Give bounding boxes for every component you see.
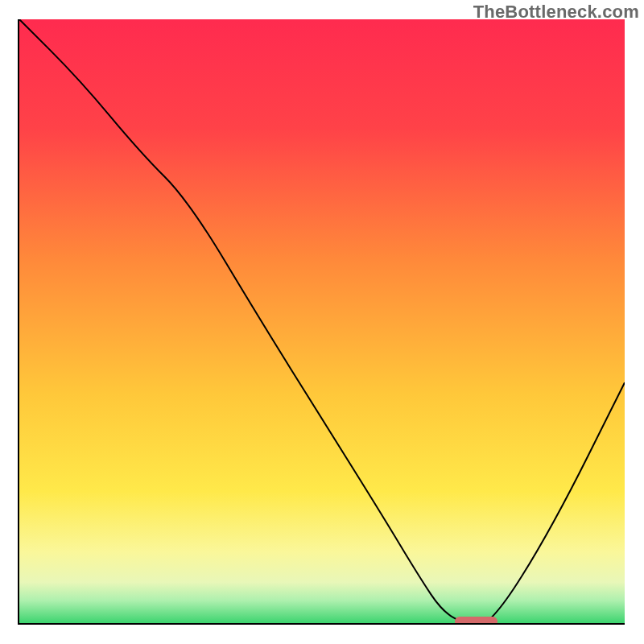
x-axis [18, 623, 625, 625]
attribution-label: TheBottleneck.com [473, 2, 639, 23]
chart-container: TheBottleneck.com [0, 0, 644, 644]
plot-area [19, 19, 625, 623]
y-axis [18, 19, 19, 625]
optimal-range-marker [455, 617, 497, 623]
bottleneck-curve [19, 19, 625, 623]
